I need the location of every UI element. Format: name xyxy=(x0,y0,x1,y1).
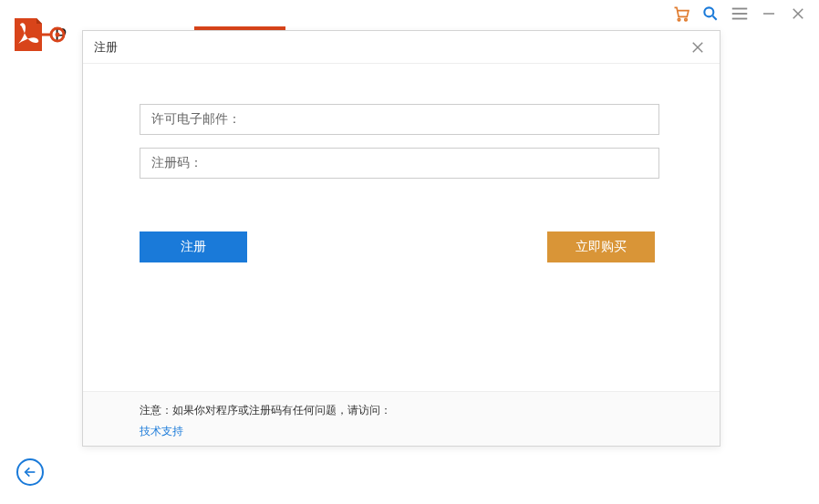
back-button[interactable] xyxy=(16,458,44,486)
buy-now-button[interactable]: 立即购买 xyxy=(547,231,655,262)
dialog-title: 注册 xyxy=(94,39,118,56)
email-placeholder: 许可电子邮件： xyxy=(151,111,241,128)
svg-point-12 xyxy=(56,33,60,37)
dialog-body: 许可电子邮件： 注册码： 注册 立即购买 xyxy=(83,64,720,262)
svg-point-1 xyxy=(685,18,688,20)
code-field[interactable]: 注册码： xyxy=(140,148,659,179)
dialog-footer: 注意：如果你对程序或注册码有任何问题，请访问： 技术支持 xyxy=(83,391,720,446)
footer-note: 注意：如果你对程序或注册码有任何问题，请访问： xyxy=(140,403,663,418)
pdf-logo-icon xyxy=(11,16,47,53)
support-link[interactable]: 技术支持 xyxy=(140,424,183,439)
window-topbar xyxy=(0,0,819,27)
button-row: 注册 立即购买 xyxy=(140,231,655,262)
close-window-icon[interactable] xyxy=(788,4,808,24)
close-icon[interactable] xyxy=(687,36,709,58)
register-dialog: 注册 许可电子邮件： 注册码： 注册 立即购买 注意：如果你对程序或注册码有任何… xyxy=(82,30,721,447)
search-icon[interactable] xyxy=(700,4,721,24)
email-field[interactable]: 许可电子邮件： xyxy=(140,104,659,135)
dialog-header: 注册 xyxy=(83,31,720,64)
minimize-icon[interactable] xyxy=(759,4,779,24)
code-placeholder: 注册码： xyxy=(151,155,202,171)
cart-icon[interactable] xyxy=(671,4,691,24)
menu-icon[interactable] xyxy=(730,4,750,24)
app-logo-area: P xyxy=(11,16,67,53)
svg-line-3 xyxy=(713,16,717,20)
svg-point-0 xyxy=(678,18,680,20)
register-button[interactable]: 注册 xyxy=(140,231,247,262)
svg-point-2 xyxy=(704,7,713,16)
